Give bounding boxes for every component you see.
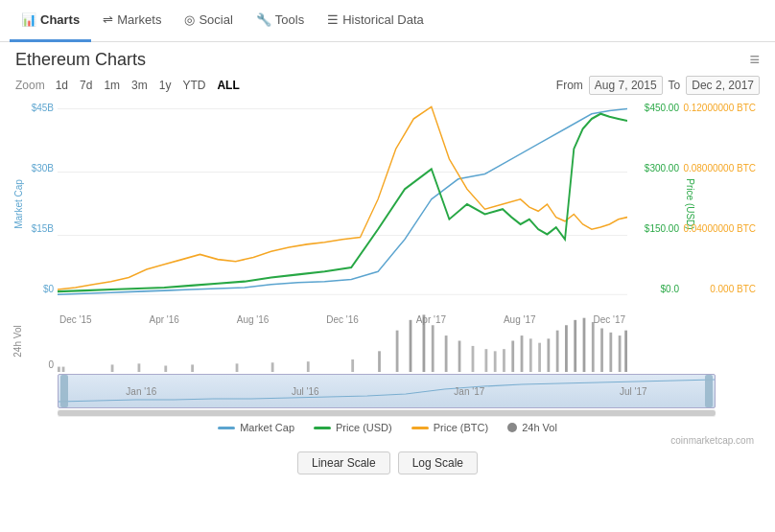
svg-rect-14 — [378, 351, 381, 372]
nav-item-tools[interactable]: 🔧 Tools — [245, 0, 316, 42]
vol-svg-wrapper: Dec '15 Apr '16 Aug '16 Dec '16 Apr '17 … — [58, 310, 627, 372]
scrollbar[interactable] — [58, 409, 716, 417]
main-chart-svg — [58, 99, 627, 310]
svg-rect-29 — [547, 338, 550, 372]
nav-label-charts: Charts — [40, 12, 80, 27]
svg-rect-10 — [236, 363, 239, 372]
main-chart-area: Market Cap $45B $30B $15B $0 Dec '15 Apr… — [15, 99, 760, 310]
vol-y-axis: 24h Vol 0 — [15, 310, 58, 372]
svg-rect-28 — [538, 343, 541, 372]
nav-item-charts[interactable]: 📊 Charts — [10, 0, 91, 42]
nav-item-markets[interactable]: ⇌ Markets — [91, 0, 173, 42]
zoom-1m[interactable]: 1m — [99, 77, 125, 94]
svg-rect-18 — [432, 325, 434, 372]
legend: Market Cap Price (USD) Price (BTC) 24h V… — [0, 417, 775, 435]
svg-rect-37 — [619, 335, 622, 372]
svg-rect-27 — [529, 338, 532, 372]
nav-item-historical[interactable]: ☰ Historical Data — [316, 0, 435, 42]
svg-rect-36 — [609, 333, 612, 372]
tools-icon: 🔧 — [256, 12, 271, 27]
axis-label-marketcap: Market Cap — [13, 179, 24, 229]
historical-icon: ☰ — [327, 12, 339, 27]
hamburger-icon[interactable]: ≡ — [749, 50, 760, 70]
nav-label-markets: Markets — [117, 12, 161, 27]
legend-item-vol: 24h Vol — [507, 422, 557, 433]
date-range: From Aug 7, 2015 To Dec 2, 2017 — [556, 76, 760, 95]
svg-rect-12 — [307, 361, 310, 372]
volume-chart-area: 24h Vol 0 — [15, 310, 760, 372]
navigator-svg — [59, 375, 715, 407]
zoom-1y[interactable]: 1y — [154, 77, 176, 94]
legend-item-pricebtc: Price (BTC) — [411, 422, 488, 433]
svg-rect-7 — [138, 363, 141, 372]
nav-handle-left[interactable] — [60, 375, 68, 407]
volume-svg — [58, 310, 627, 372]
scale-buttons: Linear Scale Log Scale — [0, 448, 775, 480]
svg-rect-26 — [521, 335, 524, 372]
social-icon: ◎ — [184, 12, 195, 27]
svg-rect-21 — [472, 346, 475, 372]
svg-rect-8 — [164, 366, 167, 373]
charts-icon: 📊 — [21, 12, 36, 27]
svg-rect-24 — [503, 349, 505, 372]
y-axis-right-usd: Price (USD) $450.00 $300.00 $150.00 $0.0 — [627, 99, 683, 310]
svg-rect-19 — [445, 335, 448, 372]
svg-rect-38 — [624, 331, 627, 372]
y-axis-right-btc: Price (BTC) 0.12000000 BTC 0.08000000 BT… — [683, 99, 760, 310]
linear-scale-button[interactable]: Linear Scale — [297, 451, 390, 474]
svg-rect-11 — [271, 362, 274, 372]
nav-handle-right[interactable] — [705, 375, 713, 407]
zoom-controls: Zoom 1d 7d 1m 3m 1y YTD ALL — [15, 77, 245, 94]
svg-rect-20 — [458, 341, 461, 373]
svg-rect-16 — [410, 320, 412, 372]
svg-rect-23 — [494, 351, 497, 372]
zoom-3m[interactable]: 3m — [127, 77, 153, 94]
legend-label-marketcap: Market Cap — [240, 422, 294, 433]
zoom-bar: Zoom 1d 7d 1m 3m 1y YTD ALL From Aug 7, … — [0, 74, 775, 99]
svg-rect-31 — [565, 325, 568, 372]
svg-rect-32 — [574, 320, 576, 372]
scrollbar-thumb[interactable] — [58, 410, 716, 416]
to-label: To — [669, 79, 681, 92]
zoom-1d[interactable]: 1d — [51, 77, 73, 94]
zoom-ytd[interactable]: YTD — [177, 77, 210, 94]
vol-label: 24h Vol — [12, 325, 23, 357]
nav-label-tools: Tools — [275, 12, 304, 27]
legend-color-marketcap — [218, 427, 235, 429]
to-date[interactable]: Dec 2, 2017 — [686, 76, 760, 95]
svg-rect-34 — [592, 322, 595, 372]
page-title: Ethereum Charts — [15, 50, 146, 70]
markets-icon: ⇌ — [103, 12, 113, 27]
nav-item-social[interactable]: ◎ Social — [173, 0, 244, 42]
svg-rect-5 — [62, 367, 65, 372]
top-nav: 📊 Charts ⇌ Markets ◎ Social 🔧 Tools ☰ Hi… — [0, 0, 775, 42]
svg-rect-25 — [511, 341, 514, 373]
svg-rect-35 — [600, 329, 603, 373]
svg-rect-15 — [396, 331, 399, 372]
zoom-all[interactable]: ALL — [212, 77, 244, 94]
legend-label-vol: 24h Vol — [522, 422, 557, 433]
page-header: Ethereum Charts ≡ — [0, 42, 775, 74]
legend-label-priceusd: Price (USD) — [336, 422, 392, 433]
chart-svg-wrapper: Dec '15 Apr '16 Aug '16 Dec '16 Apr '17 … — [58, 99, 627, 310]
svg-rect-13 — [351, 359, 354, 372]
nav-label-historical: Historical Data — [342, 12, 424, 27]
from-label: From — [556, 79, 583, 92]
zoom-7d[interactable]: 7d — [75, 77, 97, 94]
svg-rect-6 — [111, 364, 114, 372]
legend-label-pricebtc: Price (BTC) — [434, 422, 488, 433]
nav-label-social: Social — [199, 12, 232, 27]
svg-rect-9 — [191, 364, 194, 372]
navigator: Jan '16 Jul '16 Jan '17 Jul '17 — [58, 374, 716, 408]
svg-rect-22 — [485, 349, 488, 372]
legend-item-marketcap: Market Cap — [218, 422, 294, 433]
legend-color-pricebtc — [411, 427, 429, 429]
legend-color-vol — [507, 423, 517, 432]
svg-rect-33 — [583, 318, 586, 372]
source-attribution: coinmarketcap.com — [0, 435, 775, 448]
legend-color-priceusd — [314, 427, 331, 429]
log-scale-button[interactable]: Log Scale — [398, 451, 478, 474]
legend-item-priceusd: Price (USD) — [314, 422, 392, 433]
svg-rect-30 — [556, 331, 559, 372]
from-date[interactable]: Aug 7, 2015 — [589, 76, 663, 95]
